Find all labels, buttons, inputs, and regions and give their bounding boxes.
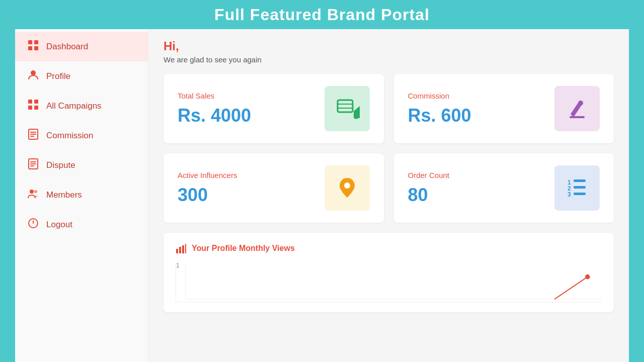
sidebar-profile-label: Profile <box>46 71 70 81</box>
stat-card-commission: Commission Rs. 600 <box>394 74 614 143</box>
svg-rect-2 <box>28 46 32 50</box>
campaigns-icon <box>27 99 39 113</box>
sidebar-dashboard-label: Dashboard <box>46 42 88 52</box>
svg-rect-10 <box>30 132 36 133</box>
svg-rect-21 <box>338 100 353 112</box>
stat-icon-influencers <box>325 165 370 211</box>
stat-label-total-sales: Total Sales <box>178 92 251 100</box>
stat-icon-commission <box>554 86 600 131</box>
chart-bar-icon <box>176 243 187 254</box>
stat-card-order-count: Order Count 80 1 2 3 <box>394 153 614 223</box>
sidebar-members-label: Members <box>46 190 82 200</box>
sidebar-item-dispute[interactable]: Dispute <box>15 150 148 180</box>
svg-rect-7 <box>28 106 32 110</box>
sidebar-dispute-label: Dispute <box>46 160 75 170</box>
stat-info-commission: Commission Rs. 600 <box>408 92 471 126</box>
stats-grid: Total Sales Rs. 4000 Commission <box>164 74 614 223</box>
svg-rect-12 <box>30 136 34 137</box>
svg-rect-8 <box>34 106 38 110</box>
stat-value-influencers: 300 <box>178 185 237 206</box>
chart-area: 1 <box>176 262 602 302</box>
svg-rect-0 <box>28 40 32 44</box>
svg-point-27 <box>578 101 583 106</box>
sidebar-item-dashboard[interactable]: Dashboard <box>15 32 148 61</box>
stat-label-order-count: Order Count <box>408 171 450 179</box>
svg-rect-30 <box>574 179 586 182</box>
stat-label-influencers: Active Influencers <box>178 171 237 179</box>
chart-title-label: Your Profile Monthly Views <box>192 244 295 253</box>
sidebar-item-profile[interactable]: Profile <box>15 61 148 91</box>
svg-rect-35 <box>176 249 178 253</box>
chart-card: Your Profile Monthly Views 1 <box>164 233 614 312</box>
svg-rect-38 <box>185 244 186 253</box>
stat-card-influencers: Active Influencers 300 <box>164 153 384 223</box>
greeting-hi: Hi, <box>164 39 614 53</box>
svg-rect-36 <box>179 247 181 253</box>
svg-marker-24 <box>354 106 360 118</box>
stat-value-commission: Rs. 600 <box>408 105 471 126</box>
svg-rect-15 <box>30 163 36 164</box>
sidebar-item-members[interactable]: Members <box>15 180 148 210</box>
stat-card-total-sales: Total Sales Rs. 4000 <box>164 74 384 143</box>
dispute-icon <box>27 158 39 172</box>
svg-rect-1 <box>34 40 38 44</box>
svg-rect-11 <box>30 134 36 135</box>
greeting-sub: We are glad to see you again <box>164 55 614 64</box>
commission-icon <box>27 129 39 142</box>
svg-rect-5 <box>28 100 32 104</box>
sidebar-item-campaigns[interactable]: All Campaigns <box>15 91 148 121</box>
svg-rect-34 <box>574 193 586 195</box>
svg-rect-16 <box>30 165 34 166</box>
stat-value-order-count: 80 <box>408 185 450 206</box>
profile-icon <box>27 69 39 83</box>
sidebar-item-logout[interactable]: Logout <box>15 210 148 239</box>
content-area: Hi, We are glad to see you again Total S… <box>148 29 629 362</box>
svg-rect-6 <box>34 100 38 104</box>
sidebar-commission-label: Commission <box>46 131 94 141</box>
svg-rect-3 <box>34 46 38 50</box>
svg-point-18 <box>34 190 37 193</box>
svg-rect-14 <box>30 161 36 162</box>
sidebar-item-commission[interactable]: Commission <box>15 121 148 150</box>
chart-svg <box>176 262 602 302</box>
sidebar: Dashboard Profile All Campaigns <box>15 29 148 362</box>
sidebar-campaigns-label: All Campaigns <box>46 101 102 111</box>
sidebar-logout-label: Logout <box>46 220 72 230</box>
stat-info-total-sales: Total Sales Rs. 4000 <box>178 92 251 126</box>
main-container: Dashboard Profile All Campaigns <box>15 29 629 362</box>
dashboard-icon <box>27 40 39 53</box>
app-header: Full Featured Brand Portal <box>0 0 644 29</box>
chart-title: Your Profile Monthly Views <box>176 243 602 254</box>
app-title: Full Featured Brand Portal <box>214 6 430 24</box>
stat-label-commission: Commission <box>408 92 471 100</box>
members-icon <box>27 188 39 202</box>
svg-point-4 <box>31 70 36 75</box>
logout-icon <box>27 218 39 231</box>
svg-rect-37 <box>182 245 184 253</box>
stat-icon-order-count: 1 2 3 <box>554 165 600 211</box>
svg-rect-32 <box>574 186 586 189</box>
stat-icon-total-sales <box>325 86 370 131</box>
svg-rect-26 <box>570 116 585 118</box>
stat-info-influencers: Active Influencers 300 <box>178 171 237 206</box>
chart-y-label: 1 <box>176 262 180 269</box>
svg-point-28 <box>344 183 350 189</box>
stat-info-order-count: Order Count 80 <box>408 171 450 206</box>
stat-value-total-sales: Rs. 4000 <box>178 105 251 126</box>
svg-text:3: 3 <box>568 191 571 198</box>
svg-point-17 <box>30 190 34 194</box>
svg-point-41 <box>585 275 590 280</box>
